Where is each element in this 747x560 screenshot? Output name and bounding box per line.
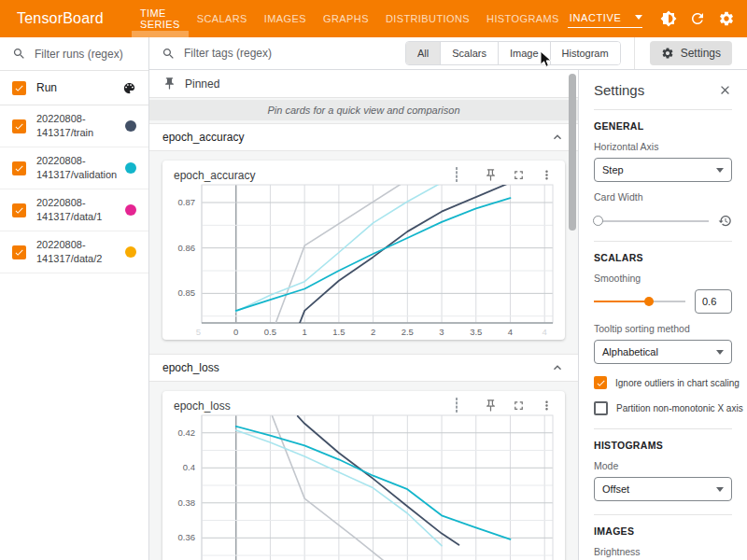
run-color-dot [125, 246, 136, 258]
fit-to-data-icon[interactable] [456, 168, 470, 182]
smoothing-slider[interactable] [594, 296, 685, 307]
fullscreen-icon[interactable] [512, 168, 526, 182]
scrollbar-thumb[interactable] [569, 74, 576, 231]
epoch-accuracy-chart[interactable]: 500.511.522.533.5440.850.860.87 [164, 183, 564, 340]
filter-runs-input[interactable]: Filter runs (regex) [0, 37, 148, 71]
settings-section-scalars: SCALARS Smoothing 0.6 Tooltip sorting me… [594, 241, 732, 428]
tooltip-sorting-select[interactable]: Alphabetical [594, 340, 732, 364]
filter-tags-input[interactable]: Filter tags (regex) [162, 47, 405, 61]
run-status-value: INACTIVE [570, 12, 622, 23]
filter-pill-image[interactable]: Image [498, 42, 550, 64]
section-epoch-accuracy[interactable]: epoch_accuracy [149, 123, 578, 151]
palette-icon[interactable] [122, 81, 136, 95]
chevron-down-icon [716, 350, 724, 355]
svg-text:0.4: 0.4 [182, 462, 194, 472]
filter-pill-scalars[interactable]: Scalars [440, 42, 498, 64]
pin-icon[interactable] [484, 168, 498, 182]
svg-text:2.5: 2.5 [401, 327, 413, 337]
search-icon [162, 47, 176, 61]
refresh-icon[interactable] [689, 10, 706, 27]
svg-text:0.42: 0.42 [177, 427, 195, 438]
svg-text:1: 1 [302, 327, 306, 337]
run-row-validation[interactable]: 20220808-141317/validation [0, 147, 148, 189]
run-status-select[interactable]: INACTIVE [568, 10, 642, 28]
fit-to-data-icon[interactable] [456, 399, 470, 413]
run-color-dot [125, 120, 136, 132]
tab-distributions[interactable]: DISTRIBUTIONS [377, 0, 478, 37]
theme-brightness-icon[interactable] [660, 10, 677, 27]
close-icon[interactable] [718, 83, 732, 97]
settings-section-histograms: HISTOGRAMS Mode Offset [594, 428, 732, 514]
card-title-row: epoch_accuracy [162, 161, 565, 183]
run-row-data-1[interactable]: 20220808-141317/data/1 [0, 189, 148, 231]
run-checkbox[interactable] [12, 245, 26, 259]
tab-time-series[interactable]: TIME SERIES [132, 0, 189, 37]
filter-tags-placeholder: Filter tags (regex) [184, 47, 272, 60]
nav-tabs: TIME SERIES SCALARS IMAGES GRAPHS DISTRI… [132, 0, 568, 37]
ignore-outliers-row: Ignore outliers in chart scaling [594, 376, 732, 389]
ignore-outliers-checkbox[interactable] [594, 376, 607, 389]
horizontal-axis-select[interactable]: Step [594, 158, 732, 182]
section-title: epoch_loss [162, 361, 219, 374]
run-row-train[interactable]: 20220808-141317/train [0, 105, 148, 147]
run-checkbox[interactable] [12, 119, 26, 133]
svg-text:2: 2 [370, 327, 374, 337]
gear-icon[interactable] [718, 10, 735, 27]
gear-icon [661, 47, 674, 60]
card-width-label: Card Width [594, 191, 732, 203]
chevron-up-icon[interactable] [550, 360, 565, 375]
settings-section-general: GENERAL Horizontal Axis Step Card Width [594, 109, 732, 241]
svg-text:0.36: 0.36 [177, 532, 195, 542]
settings-button-container: Settings [634, 37, 747, 69]
pin-icon[interactable] [484, 399, 498, 413]
run-checkbox[interactable] [12, 203, 26, 217]
smoothing-slider-row: 0.6 [594, 289, 732, 314]
card-width-slider-row [594, 214, 732, 228]
card-container: epoch_accuracy 500.511.522.533.5440.850.… [149, 151, 578, 351]
run-checkbox[interactable] [12, 161, 26, 175]
settings-panel-title: Settings [594, 82, 644, 98]
svg-text:1.5: 1.5 [332, 327, 345, 337]
kebab-menu-icon[interactable] [540, 168, 554, 182]
svg-text:5: 5 [195, 327, 200, 337]
chevron-down-icon [716, 168, 724, 173]
settings-button[interactable]: Settings [650, 41, 732, 65]
ignore-outliers-label: Ignore outliers in chart scaling [615, 378, 740, 388]
section-title: SCALARS [594, 252, 732, 263]
pinned-section-header: Pinned [149, 70, 578, 98]
app-header: TensorBoard TIME SERIES SCALARS IMAGES G… [0, 0, 747, 37]
card-width-slider[interactable] [594, 216, 709, 227]
reset-icon[interactable] [718, 214, 732, 228]
svg-text:0.86: 0.86 [177, 243, 195, 253]
slider-knob[interactable] [644, 297, 654, 306]
section-title: epoch_accuracy [162, 131, 244, 144]
svg-text:4: 4 [542, 327, 546, 337]
run-table-header: Run [0, 71, 148, 105]
smoothing-value-input[interactable]: 0.6 [695, 289, 732, 314]
tab-histograms[interactable]: HISTOGRAMS [478, 0, 568, 37]
epoch-loss-chart[interactable]: 00.511.522.533.540.420.40.380.36 [164, 413, 564, 560]
histogram-mode-select[interactable]: Offset [594, 477, 732, 501]
svg-text:0.87: 0.87 [177, 197, 195, 207]
scalar-card-epoch-accuracy: epoch_accuracy 500.511.522.533.5440.850.… [162, 161, 565, 340]
tensorboard-app: TensorBoard TIME SERIES SCALARS IMAGES G… [0, 0, 747, 560]
filter-pill-all[interactable]: All [406, 42, 440, 64]
tab-graphs[interactable]: GRAPHS [315, 0, 377, 37]
select-all-runs-checkbox[interactable] [12, 81, 26, 95]
filter-pill-histogram[interactable]: Histogram [550, 42, 620, 64]
chevron-up-icon[interactable] [550, 130, 565, 145]
kebab-menu-icon[interactable] [540, 399, 554, 413]
card-title-row: epoch_loss [162, 391, 565, 413]
slider-knob[interactable] [593, 216, 603, 226]
fullscreen-icon[interactable] [512, 399, 526, 413]
tab-images[interactable]: IMAGES [256, 0, 315, 37]
run-color-dot [125, 204, 136, 216]
settings-panel: Settings GENERAL Horizontal Axis Step Ca… [578, 70, 747, 560]
partition-x-axis-row: Partition non-monotonic X axis ? [594, 401, 732, 415]
histogram-mode-value: Offset [602, 483, 629, 495]
tab-scalars[interactable]: SCALARS [189, 0, 256, 37]
partition-x-axis-checkbox[interactable] [594, 401, 608, 415]
section-epoch-loss[interactable]: epoch_loss [149, 354, 578, 382]
run-row-data-2[interactable]: 20220808-141317/data/2 [0, 231, 148, 273]
search-icon [12, 47, 26, 61]
